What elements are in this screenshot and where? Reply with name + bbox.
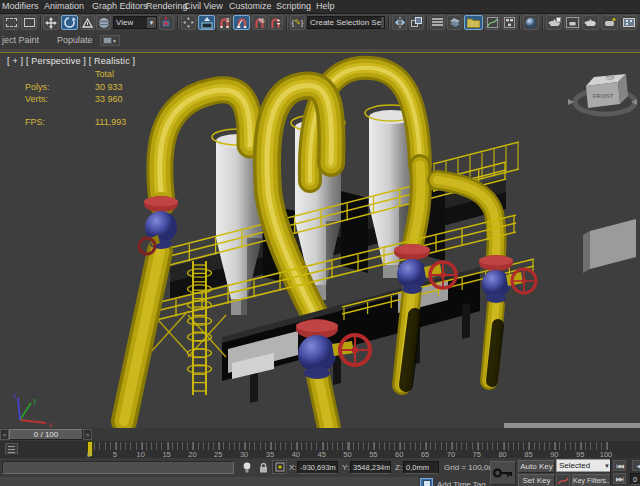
maxscript-mini-listener[interactable] <box>2 461 234 474</box>
default-in-out-tangent-button[interactable] <box>556 474 570 486</box>
chevron-down-icon: ▼ <box>112 38 117 44</box>
x-coord-label: X: <box>289 463 297 472</box>
stats-total-label: Total <box>95 69 114 79</box>
select-manipulate-button[interactable] <box>181 15 196 30</box>
menu-animation[interactable]: Animation <box>44 1 84 12</box>
scene-explorer-button[interactable] <box>447 15 462 30</box>
rendered-frame-window-button[interactable] <box>564 15 580 30</box>
add-time-tag[interactable]: Add Time Tag <box>437 480 486 486</box>
viewcube-top-label[interactable]: TOP <box>605 76 614 81</box>
menu-civil-view[interactable]: Civil View <box>184 1 223 12</box>
teapot-spark-icon <box>603 17 616 28</box>
layer-manager-button[interactable] <box>430 15 445 30</box>
x-coord-field[interactable]: -930,693m <box>297 461 338 474</box>
perspective-viewport[interactable]: TOP FRONT x y z <box>0 52 640 429</box>
named-selection-set-dropdown[interactable]: Create Selection Se▼ <box>307 16 385 29</box>
trackbar-ruler[interactable] <box>89 442 609 450</box>
lightbulb-icon <box>243 462 251 473</box>
keyboard-shortcut-override-button[interactable] <box>198 15 215 30</box>
mirror-button[interactable] <box>392 15 407 30</box>
selection-lock-toggle[interactable] <box>256 461 270 474</box>
go-to-start-button[interactable]: |◀◀ <box>613 460 626 471</box>
previous-frame-button[interactable]: ◀ <box>632 460 640 471</box>
percent-snap-button[interactable]: % <box>252 15 266 30</box>
prompt-help-button[interactable] <box>240 461 254 474</box>
y-coord-label: Y: <box>342 463 349 472</box>
reference-coordinate-dropdown[interactable]: View▼ <box>113 16 157 29</box>
tab-populate[interactable]: Populate <box>57 35 93 45</box>
spinner-snap-button[interactable] <box>268 15 283 30</box>
handwheel[interactable] <box>340 335 370 365</box>
y-coord-field[interactable]: 3548,234m <box>350 461 391 474</box>
menu-scripting[interactable]: Scripting <box>276 1 311 12</box>
key-filters-button[interactable]: Key Filters... <box>572 474 613 486</box>
menu-bar: Modifiers Animation Graph Editors Render… <box>0 0 640 14</box>
pipe-drop-4[interactable] <box>489 305 498 381</box>
time-tag-icon-button[interactable] <box>420 478 433 486</box>
menu-rendering[interactable]: Rendering <box>146 1 188 12</box>
svg-text:3: 3 <box>226 17 230 23</box>
ribbon-minimize-button[interactable]: ▼ <box>100 35 120 46</box>
viewport-3d-scene[interactable]: TOP FRONT x y z <box>0 53 640 428</box>
select-rotate-button[interactable] <box>61 15 78 30</box>
stacked-layers-icon <box>449 17 461 28</box>
align-button[interactable] <box>409 15 424 30</box>
material-editor-button[interactable] <box>523 15 539 30</box>
time-slider-handle[interactable]: 0 / 100 <box>9 429 83 440</box>
key-filter-dropdown[interactable]: Selected▼ <box>556 459 613 472</box>
select-scale-button[interactable] <box>80 15 95 30</box>
schematic-icon <box>504 17 515 28</box>
edit-named-selection-button[interactable]: {✎} <box>290 15 305 30</box>
angle-snap-button[interactable] <box>233 15 250 30</box>
set-keys-button[interactable] <box>490 461 516 485</box>
folder-icon <box>467 17 480 28</box>
menu-modifiers[interactable]: Modifiers <box>2 1 39 12</box>
reference-coordinate-button[interactable] <box>96 15 111 30</box>
handwheel[interactable] <box>512 269 536 293</box>
absolute-offset-toggle[interactable] <box>272 460 287 474</box>
select-region-button[interactable] <box>3 15 19 30</box>
current-frame-field[interactable]: 0 <box>630 473 640 485</box>
monitor-grid-icon <box>623 17 635 28</box>
frame-prev-button[interactable]: < <box>0 429 9 440</box>
prompt-line <box>0 477 418 486</box>
mirror-icon <box>394 17 406 28</box>
go-to-end-button[interactable]: ▶▶| <box>613 473 626 484</box>
pipe-drop-3[interactable] <box>402 289 415 385</box>
menu-graph-editors[interactable]: Graph Editors <box>92 1 148 12</box>
mini-curve-editor-button[interactable] <box>5 443 18 454</box>
curve-editor-button[interactable] <box>485 15 500 30</box>
schematic-view-button[interactable] <box>502 15 517 30</box>
handwheel[interactable] <box>430 262 456 288</box>
viewport-label[interactable]: [ + ] [ Perspective ] [ Realistic ] <box>7 56 135 66</box>
tab-object-paint[interactable]: ject Paint <box>2 35 39 45</box>
render-production-button[interactable] <box>582 15 599 30</box>
render-setup-button[interactable] <box>546 15 562 30</box>
set-key-button[interactable]: Set Key <box>518 474 555 486</box>
axis-y-label: y <box>33 397 37 405</box>
pipe-drop-2[interactable] <box>317 371 329 428</box>
selection-window-button[interactable] <box>21 15 37 30</box>
menu-customize[interactable]: Customize <box>229 1 272 12</box>
magnet-3d-icon: 3 <box>219 17 230 29</box>
snaps-toggle-button[interactable]: 3 <box>217 15 231 30</box>
menu-help[interactable]: Help <box>316 1 335 12</box>
auto-key-button[interactable]: Auto Key <box>518 460 555 473</box>
stats-fps-label: FPS: <box>25 117 45 127</box>
time-slider[interactable]: < 0 / 100 > <box>0 428 640 442</box>
select-move-button[interactable] <box>43 15 59 30</box>
teapot-frame-icon <box>566 17 579 28</box>
render-flyout-button[interactable] <box>620 15 637 30</box>
open-explorer-button[interactable] <box>464 15 483 30</box>
use-pivot-center-button[interactable] <box>159 15 174 30</box>
frame-next-button[interactable]: > <box>83 429 92 440</box>
z-coord-field[interactable]: 0,0mm <box>403 461 439 474</box>
ribbon-tab-row: ject Paint Populate ▼ <box>0 32 640 50</box>
render-iterative-button[interactable] <box>601 15 618 30</box>
stats-polys-label: Polys: <box>25 82 50 92</box>
track-bar[interactable]: 0510152025303540455055606570758085909510… <box>0 441 640 459</box>
stats-fps-value: 111,993 <box>95 117 126 127</box>
axis-z-label: z <box>13 392 17 399</box>
curve-wave-icon <box>558 477 568 485</box>
viewcube-front-label[interactable]: FRONT <box>593 93 614 99</box>
